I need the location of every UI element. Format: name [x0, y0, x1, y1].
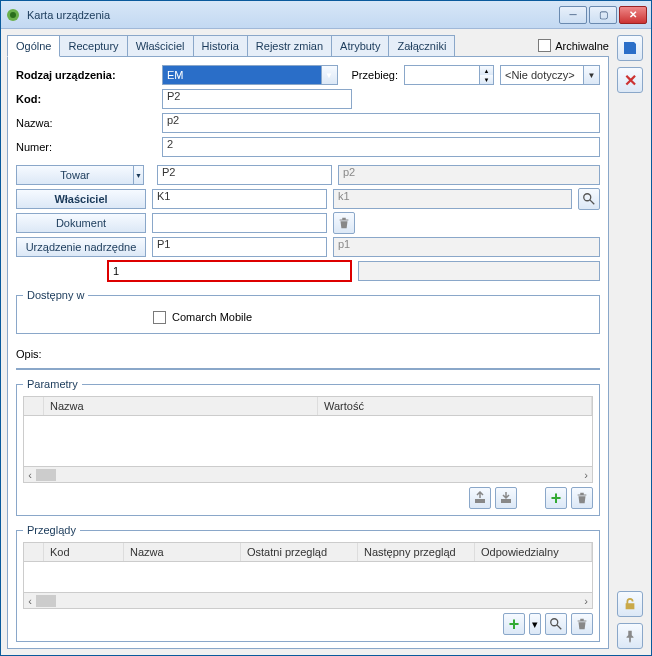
search-button[interactable]	[545, 613, 567, 635]
kod-input[interactable]: P2	[162, 89, 352, 109]
tab-historia[interactable]: Historia	[193, 35, 248, 56]
rodzaj-select[interactable]: EM ▼	[162, 65, 338, 85]
highlighted-name-field	[358, 261, 601, 281]
numer-input[interactable]: 2	[162, 137, 600, 157]
svg-point-2	[584, 194, 591, 201]
titlebar: Karta urządzenia ─ ▢ ✕	[1, 1, 651, 29]
przeglady-legend: Przeglądy	[23, 524, 80, 536]
close-button[interactable]: ✕	[619, 6, 647, 24]
add-dropdown[interactable]: ▾	[529, 613, 541, 635]
chevron-down-icon: ▼	[133, 165, 144, 185]
svg-rect-4	[475, 499, 485, 503]
trash-icon	[337, 216, 351, 230]
pin-icon	[623, 629, 637, 643]
svg-point-6	[551, 619, 558, 626]
rodzaj-label: Rodzaj urządzenia:	[16, 69, 156, 81]
lock-button[interactable]	[617, 591, 643, 617]
dokument-delete-button[interactable]	[333, 212, 355, 234]
svg-point-1	[10, 12, 16, 18]
cancel-button[interactable]: ✕	[617, 67, 643, 93]
scroll-left[interactable]: ‹	[24, 595, 36, 607]
svg-rect-5	[501, 499, 511, 503]
tab-rejestr[interactable]: Rejestr zmian	[247, 35, 332, 56]
tab-wlasciciel[interactable]: Właściciel	[127, 35, 194, 56]
pin-button[interactable]	[617, 623, 643, 649]
window-title: Karta urządzenia	[27, 9, 559, 21]
archive-checkbox[interactable]	[538, 39, 551, 52]
scroll-thumb[interactable]	[36, 595, 56, 607]
chevron-down-icon: ▼	[583, 66, 599, 84]
scroll-thumb[interactable]	[36, 469, 56, 481]
scroll-left[interactable]: ‹	[24, 469, 36, 481]
archive-label: Archiwalne	[555, 40, 609, 52]
nadrzedne-code-input[interactable]: P1	[152, 237, 327, 257]
add-button[interactable]: +	[503, 613, 525, 635]
nazwa-input[interactable]: p2	[162, 113, 600, 133]
chevron-down-icon: ▼	[321, 66, 337, 84]
tab-bar: Ogólne Receptury Właściciel Historia Rej…	[7, 35, 609, 57]
import-icon	[499, 491, 513, 505]
scroll-right[interactable]: ›	[580, 469, 592, 481]
highlighted-field[interactable]: 1	[107, 260, 352, 282]
import-button[interactable]	[495, 487, 517, 509]
delete-button[interactable]	[571, 487, 593, 509]
comarch-checkbox[interactable]	[153, 311, 166, 324]
maximize-button[interactable]: ▢	[589, 6, 617, 24]
wlasciciel-name-field: k1	[333, 189, 572, 209]
przebieg-spinner[interactable]: ▲▼	[404, 65, 494, 85]
dostepny-legend: Dostępny w	[23, 289, 88, 301]
svg-line-7	[557, 625, 561, 629]
towar-code-input[interactable]: P2	[157, 165, 332, 185]
przebieg-unit-select[interactable]: <Nie dotyczy> ▼	[500, 65, 600, 85]
save-icon	[622, 40, 638, 56]
search-icon	[582, 192, 596, 206]
dokument-button[interactable]: Dokument	[16, 213, 146, 233]
tab-zalaczniki[interactable]: Załączniki	[388, 35, 455, 56]
kod-label: Kod:	[16, 93, 156, 105]
przeglady-grid[interactable]: Kod Nazwa Ostatni przegląd Następny prze…	[23, 542, 593, 609]
scroll-right[interactable]: ›	[580, 595, 592, 607]
nadrzedne-button[interactable]: Urządzenie nadrzędne	[16, 237, 146, 257]
numer-label: Numer:	[16, 141, 156, 153]
nadrzedne-name-field: p1	[333, 237, 600, 257]
dokument-input[interactable]	[152, 213, 327, 233]
parametry-grid[interactable]: Nazwa Wartość ‹ ›	[23, 396, 593, 483]
parametry-fieldset: Parametry Nazwa Wartość ‹ ›	[16, 378, 600, 516]
save-button[interactable]	[617, 35, 643, 61]
nazwa-label: Nazwa:	[16, 117, 156, 129]
lock-icon	[623, 597, 637, 611]
export-icon	[473, 491, 487, 505]
towar-button[interactable]: Towar ▼	[16, 165, 134, 185]
delete-button[interactable]	[571, 613, 593, 635]
trash-icon	[575, 617, 589, 631]
tab-ogolne[interactable]: Ogólne	[7, 35, 60, 57]
tab-receptury[interactable]: Receptury	[59, 35, 127, 56]
minimize-button[interactable]: ─	[559, 6, 587, 24]
app-icon	[5, 7, 21, 23]
export-button[interactable]	[469, 487, 491, 509]
add-button[interactable]: +	[545, 487, 567, 509]
col-nazwa[interactable]: Nazwa	[44, 397, 318, 415]
parametry-legend: Parametry	[23, 378, 82, 390]
comarch-label: Comarch Mobile	[172, 311, 252, 323]
wlasciciel-button[interactable]: Właściciel	[16, 189, 146, 209]
col-wartosc[interactable]: Wartość	[318, 397, 592, 415]
opis-textarea[interactable]	[16, 368, 600, 370]
tab-atrybuty[interactable]: Atrybuty	[331, 35, 389, 56]
trash-icon	[575, 491, 589, 505]
przeglady-fieldset: Przeglądy Kod Nazwa Ostatni przegląd Nas…	[16, 524, 600, 642]
opis-label: Opis:	[16, 348, 42, 360]
svg-line-3	[590, 200, 594, 204]
towar-name-field: p2	[338, 165, 600, 185]
search-icon	[549, 617, 563, 631]
search-button[interactable]	[578, 188, 600, 210]
wlasciciel-code-input[interactable]: K1	[152, 189, 327, 209]
dostepny-fieldset: Dostępny w Comarch Mobile	[16, 289, 600, 334]
przebieg-label: Przebieg:	[352, 69, 398, 81]
